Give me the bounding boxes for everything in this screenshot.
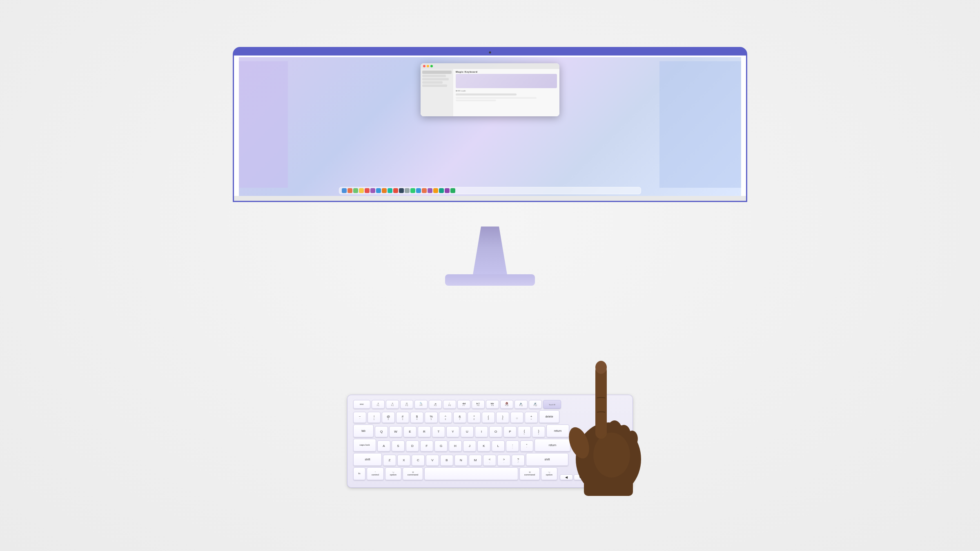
- key-s[interactable]: S: [392, 440, 405, 452]
- key-f8[interactable]: ▶⏸ F8: [472, 400, 485, 409]
- key-command-left[interactable]: ⌘ command: [403, 467, 423, 480]
- key-f7[interactable]: ◀◀ F7: [457, 400, 470, 409]
- key-o[interactable]: O: [489, 426, 502, 438]
- key-a[interactable]: A: [377, 440, 390, 452]
- key-f3[interactable]: ⊟ F3: [400, 400, 413, 409]
- key-b[interactable]: B: [440, 455, 453, 466]
- key-control[interactable]: ⌃ control: [367, 467, 384, 480]
- key-shift-left[interactable]: shift: [353, 453, 382, 466]
- key-d[interactable]: D: [406, 440, 419, 452]
- key-f12-label: F12: [534, 404, 537, 407]
- key-slash[interactable]: ? /: [512, 455, 525, 466]
- key-equals[interactable]: + =: [525, 412, 538, 423]
- key-command-right[interactable]: ⌘ command: [519, 467, 540, 480]
- key-t[interactable]: T: [432, 426, 445, 438]
- hand-svg: [551, 333, 666, 496]
- key-minus[interactable]: _ -: [510, 412, 523, 423]
- key-g-label: G: [440, 444, 442, 448]
- key-1[interactable]: ! 1: [368, 412, 381, 423]
- key-7[interactable]: & 7: [453, 412, 466, 423]
- key-option-left[interactable]: ⌥ option: [385, 467, 401, 480]
- screen-right-panel: [659, 61, 741, 188]
- key-bracket-l[interactable]: { [: [518, 426, 531, 438]
- imac-display: Magic Keyboard $9.99 / month: [233, 47, 747, 202]
- key-v[interactable]: V: [426, 455, 439, 466]
- key-8[interactable]: * 8: [468, 412, 481, 423]
- key-h-label: H: [454, 444, 457, 448]
- key-m[interactable]: M: [469, 455, 482, 466]
- key-z[interactable]: Z: [383, 455, 396, 466]
- key-tab[interactable]: tab: [353, 424, 374, 438]
- dock-app3: [365, 188, 370, 193]
- key-j[interactable]: J: [463, 440, 476, 452]
- key-r[interactable]: R: [418, 426, 431, 438]
- key-f9[interactable]: ▶▶ F9: [486, 400, 499, 409]
- app-store-title: Magic Keyboard: [456, 71, 557, 73]
- main-scene: Magic Keyboard $9.99 / month: [204, 31, 776, 520]
- key-semicolon[interactable]: : ;: [506, 440, 519, 452]
- key-caps-lock[interactable]: caps lock: [353, 439, 376, 452]
- key-w-label: W: [394, 430, 397, 434]
- key-comma[interactable]: < ,: [483, 455, 496, 466]
- key-command-right-label: command: [524, 473, 535, 476]
- key-t-label: T: [438, 430, 440, 434]
- key-6[interactable]: ^ 6: [439, 412, 452, 423]
- key-0[interactable]: ) 0: [496, 412, 509, 423]
- key-6-sub: 6: [445, 418, 446, 420]
- key-l[interactable]: L: [492, 440, 505, 452]
- key-k[interactable]: K: [477, 440, 490, 452]
- key-q[interactable]: Q: [375, 426, 388, 438]
- key-quote[interactable]: " ': [520, 440, 533, 452]
- key-g[interactable]: G: [434, 440, 448, 452]
- app-store-price: $9.99 / month: [456, 90, 557, 92]
- key-f4[interactable]: 🔍 F4: [414, 400, 428, 409]
- key-f6[interactable]: ☾ F6: [443, 400, 456, 409]
- key-backtick[interactable]: ~ `: [353, 412, 366, 423]
- key-3[interactable]: # 3: [396, 412, 409, 423]
- imac-stand-base: [445, 274, 535, 286]
- key-space[interactable]: [424, 467, 518, 480]
- key-f8-label: F8: [477, 404, 479, 407]
- key-n[interactable]: N: [454, 455, 468, 466]
- key-caps-lock-label: caps lock: [359, 444, 370, 447]
- key-esc[interactable]: esc: [353, 400, 370, 409]
- window-minimize-btn: [427, 65, 429, 67]
- key-e[interactable]: E: [403, 426, 416, 438]
- key-8-sub: 8: [474, 418, 475, 420]
- key-d-label: D: [411, 444, 414, 448]
- key-x[interactable]: X: [397, 455, 410, 466]
- key-semicolon-bot: ;: [512, 447, 512, 449]
- key-esc-label: esc: [360, 403, 363, 406]
- key-bracket-r[interactable]: } ]: [532, 426, 545, 438]
- key-p[interactable]: P: [503, 426, 517, 438]
- key-w[interactable]: W: [389, 426, 402, 438]
- key-u[interactable]: U: [461, 426, 474, 438]
- key-c[interactable]: C: [412, 455, 425, 466]
- key-m-label: M: [474, 458, 477, 462]
- key-9[interactable]: ( 9: [482, 412, 495, 423]
- key-4[interactable]: $ 4: [410, 412, 423, 423]
- key-9-sub: 9: [488, 418, 489, 420]
- key-i[interactable]: I: [475, 426, 488, 438]
- key-5[interactable]: % 5: [425, 412, 438, 423]
- key-tab-label: tab: [361, 429, 365, 433]
- key-f5[interactable]: ☁ F5: [429, 400, 442, 409]
- app-store-window: Magic Keyboard $9.99 / month: [421, 63, 559, 116]
- key-f12[interactable]: 🔊 F12: [529, 400, 542, 409]
- key-f10[interactable]: 🔇 F10: [500, 400, 513, 409]
- key-2[interactable]: @ 2: [382, 412, 395, 423]
- dock-app4: [370, 188, 375, 193]
- window-titlebar: [421, 63, 559, 69]
- key-0-sub: 0: [502, 418, 503, 420]
- key-f1[interactable]: ☀ F1: [372, 400, 385, 409]
- key-f11[interactable]: 🔉 F11: [514, 400, 528, 409]
- key-h[interactable]: H: [449, 440, 462, 452]
- dock-app9: [399, 188, 404, 193]
- key-f2[interactable]: ☀ F2: [386, 400, 399, 409]
- key-y[interactable]: Y: [446, 426, 459, 438]
- key-f[interactable]: F: [420, 440, 433, 452]
- key-period[interactable]: > .: [497, 455, 510, 466]
- app-store-rating: [456, 93, 517, 96]
- key-4-sub: 4: [416, 418, 418, 420]
- key-fn[interactable]: fn: [353, 467, 365, 480]
